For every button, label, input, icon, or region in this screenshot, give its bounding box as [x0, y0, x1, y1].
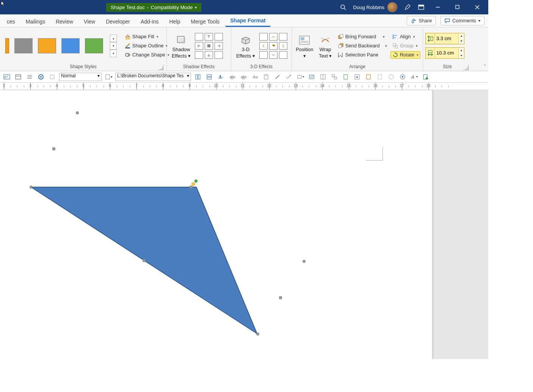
- user-account[interactable]: Doug Robbins: [353, 2, 397, 12]
- qat-icon[interactable]: [284, 73, 293, 81]
- selection-handle[interactable]: [143, 259, 146, 262]
- height-value[interactable]: [435, 34, 458, 43]
- style-swatch[interactable]: [61, 38, 80, 53]
- qat-icon[interactable]: [193, 73, 202, 81]
- spin-up[interactable]: ▴: [459, 33, 464, 39]
- qat-icon[interactable]: [36, 73, 45, 81]
- selection-handle[interactable]: [190, 186, 193, 189]
- qat-icon[interactable]: [421, 73, 430, 81]
- selection-handle[interactable]: [303, 260, 306, 263]
- qat-icon[interactable]: [364, 73, 373, 81]
- shape-outline-button[interactable]: Shape Outline▾: [123, 42, 171, 50]
- shape-style-gallery[interactable]: ▴ ▾ ▾: [2, 34, 120, 57]
- rotation-handle[interactable]: [194, 180, 198, 183]
- tab-review[interactable]: Review: [51, 16, 78, 27]
- tilt-center[interactable]: [269, 42, 277, 50]
- horizontal-ruler[interactable]: 23456789101112131415161718: [0, 83, 488, 90]
- comments-button[interactable]: Comments ▾: [441, 16, 484, 25]
- gallery-more[interactable]: ▾: [110, 50, 117, 57]
- tab-mailings[interactable]: Mailings: [21, 16, 50, 27]
- shape-width-input[interactable]: ▴▾: [425, 47, 464, 59]
- path-selector[interactable]: L:\Broken Documents\Shape Tes▾: [115, 73, 191, 81]
- ribbon-display-icon[interactable]: [418, 4, 425, 11]
- qat-icon[interactable]: [375, 73, 384, 81]
- spin-down[interactable]: ▾: [459, 39, 464, 44]
- tab-shape-format[interactable]: Shape Format: [226, 15, 270, 27]
- style-swatch[interactable]: [85, 38, 103, 53]
- qat-icon[interactable]: abc: [227, 73, 237, 81]
- nudge-up[interactable]: [205, 33, 213, 41]
- selection-handle[interactable]: [279, 297, 282, 299]
- nudge-down[interactable]: [205, 51, 213, 59]
- tab-developer[interactable]: Developer: [101, 16, 135, 27]
- share-button[interactable]: Share: [407, 16, 436, 25]
- shape-fill-button[interactable]: Shape Fill▾: [123, 33, 171, 41]
- qat-icon[interactable]: ▾: [104, 73, 113, 81]
- style-swatch[interactable]: [38, 38, 56, 53]
- qat-icon[interactable]: Aa: [250, 73, 259, 81]
- qat-icon[interactable]: [273, 73, 282, 81]
- qat-icon[interactable]: +: [353, 73, 362, 81]
- spin-down[interactable]: ▾: [459, 53, 464, 58]
- spin-up[interactable]: ▴: [459, 48, 464, 53]
- tab-addins[interactable]: Add-ins: [136, 16, 163, 27]
- tab-help[interactable]: Help: [165, 16, 185, 27]
- selection-handle[interactable]: [256, 333, 259, 336]
- tab-merge-tools[interactable]: Merge Tools: [186, 16, 224, 27]
- style-selector[interactable]: Normal▾: [59, 73, 102, 81]
- qat-icon[interactable]: abc: [239, 73, 248, 81]
- qat-icon[interactable]: [341, 73, 350, 81]
- qat-icon[interactable]: [14, 73, 23, 81]
- qat-icon[interactable]: [262, 73, 271, 81]
- qat-icon[interactable]: [2, 73, 11, 81]
- shadow-effects-button[interactable]: Shadow Effects ▾: [169, 33, 193, 59]
- qat-icon[interactable]: ▾: [296, 73, 305, 81]
- selection-handle[interactable]: [76, 111, 79, 114]
- style-swatch[interactable]: [14, 38, 33, 53]
- qat-icon[interactable]: [25, 73, 34, 81]
- rotate-button[interactable]: Rotate▾: [390, 51, 420, 59]
- qat-icon[interactable]: [387, 73, 396, 81]
- shape-height-input[interactable]: ▴▾: [425, 33, 464, 44]
- collapse-ribbon-icon[interactable]: ˄: [484, 64, 486, 69]
- nudge-left[interactable]: [195, 42, 203, 50]
- send-backward-button[interactable]: Send Backward▾: [336, 42, 389, 50]
- pen-icon[interactable]: [404, 4, 411, 11]
- dialog-launcher[interactable]: [158, 65, 163, 70]
- selection-pane-button[interactable]: Selection Pane: [336, 51, 389, 59]
- tab-view[interactable]: View: [79, 16, 100, 27]
- qat-icon[interactable]: A▾: [409, 73, 419, 81]
- selection-handle[interactable]: [30, 186, 33, 189]
- tilt-up[interactable]: [269, 33, 277, 41]
- gallery-down[interactable]: ▾: [110, 42, 117, 50]
- style-swatch[interactable]: [5, 38, 9, 53]
- qat-icon[interactable]: [205, 73, 214, 81]
- maximize-button[interactable]: [451, 0, 464, 14]
- bring-forward-button[interactable]: Bring Forward▾: [336, 33, 389, 41]
- page[interactable]: [0, 90, 432, 359]
- selection-handle[interactable]: [53, 148, 55, 150]
- nudge-center[interactable]: [205, 42, 213, 50]
- qat-icon[interactable]: [216, 73, 225, 81]
- wrap-text-button[interactable]: Wrap Text ▾: [317, 33, 334, 59]
- tab-references[interactable]: ces: [2, 16, 20, 27]
- tilt-down[interactable]: [269, 51, 277, 59]
- 3d-effects-button[interactable]: 3-D Effects ▾: [234, 33, 258, 59]
- tilt-left[interactable]: [259, 42, 268, 50]
- tilt-right[interactable]: [279, 42, 287, 50]
- width-value[interactable]: [435, 48, 458, 57]
- change-shape-button[interactable]: Change Shape▾: [123, 51, 171, 59]
- qat-icon[interactable]: [330, 73, 339, 81]
- close-button[interactable]: [471, 0, 484, 14]
- dialog-launcher[interactable]: [463, 65, 469, 70]
- selected-triangle-shape[interactable]: [30, 184, 268, 343]
- align-button[interactable]: Align▾: [390, 33, 420, 41]
- qat-icon[interactable]: [48, 73, 57, 81]
- qat-icon[interactable]: [398, 73, 407, 81]
- gallery-up[interactable]: ▴: [110, 34, 117, 42]
- nudge-right[interactable]: [215, 42, 223, 50]
- search-icon[interactable]: [340, 4, 346, 11]
- minimize-button[interactable]: [431, 0, 444, 14]
- document-title[interactable]: Shape Test.doc - Compatibility Mode ▾: [106, 3, 201, 12]
- position-button[interactable]: Position▾: [294, 33, 315, 59]
